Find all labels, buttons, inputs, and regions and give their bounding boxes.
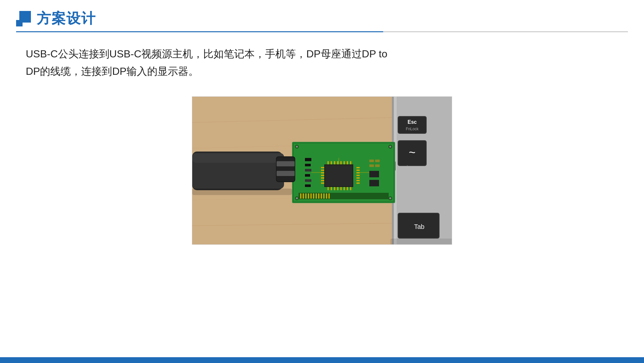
svg-rect-67 bbox=[350, 187, 351, 190]
svg-rect-89 bbox=[313, 193, 314, 199]
svg-text:Esc: Esc bbox=[408, 119, 417, 125]
svg-rect-55 bbox=[337, 161, 338, 164]
svg-rect-61 bbox=[331, 187, 332, 190]
svg-rect-44 bbox=[321, 182, 324, 184]
pcb-svg: Esc FnLock ~ ` Tab bbox=[192, 97, 452, 245]
svg-rect-66 bbox=[347, 187, 348, 190]
image-container: Esc FnLock ~ ` Tab bbox=[26, 96, 618, 245]
svg-rect-62 bbox=[334, 187, 335, 190]
svg-rect-87 bbox=[308, 193, 309, 199]
svg-rect-91 bbox=[318, 193, 319, 199]
svg-rect-46 bbox=[356, 170, 360, 171]
svg-rect-52 bbox=[327, 161, 329, 164]
svg-rect-50 bbox=[356, 180, 360, 181]
svg-rect-72 bbox=[305, 179, 311, 182]
svg-rect-70 bbox=[305, 169, 311, 172]
description-text: USB-C公头连接到USB-C视频源主机，比如笔记本，手机等，DP母座通过DP … bbox=[26, 45, 618, 80]
svg-rect-79 bbox=[369, 180, 379, 186]
svg-text:FnLock: FnLock bbox=[406, 127, 419, 131]
svg-rect-69 bbox=[305, 164, 311, 166]
svg-rect-64 bbox=[340, 187, 342, 190]
svg-rect-88 bbox=[310, 193, 312, 199]
svg-rect-56 bbox=[340, 161, 342, 164]
svg-rect-39 bbox=[321, 170, 324, 171]
svg-rect-95 bbox=[328, 193, 330, 199]
svg-rect-53 bbox=[331, 161, 332, 164]
svg-rect-48 bbox=[356, 175, 360, 176]
description-line2: DP的线缆，连接到DP输入的显示器。 bbox=[26, 65, 199, 77]
svg-rect-76 bbox=[369, 164, 374, 167]
svg-rect-78 bbox=[369, 171, 379, 177]
svg-rect-57 bbox=[344, 161, 345, 164]
section-icon bbox=[16, 11, 32, 26]
svg-rect-100 bbox=[277, 157, 295, 181]
svg-rect-86 bbox=[305, 193, 307, 199]
page-container: 方案设计 USB-C公头连接到USB-C视频源主机，比如笔记本，手机等，DP母座… bbox=[0, 0, 644, 363]
svg-rect-43 bbox=[321, 180, 324, 181]
svg-point-31 bbox=[389, 146, 391, 148]
svg-point-29 bbox=[296, 146, 298, 148]
svg-rect-49 bbox=[356, 177, 360, 179]
svg-rect-75 bbox=[375, 160, 380, 162]
svg-rect-94 bbox=[326, 193, 327, 199]
svg-rect-37 bbox=[325, 165, 353, 186]
svg-rect-103 bbox=[192, 189, 292, 195]
svg-rect-83 bbox=[298, 193, 389, 199]
svg-rect-63 bbox=[337, 187, 338, 190]
svg-rect-38 bbox=[321, 167, 324, 168]
svg-rect-104 bbox=[390, 239, 452, 245]
svg-rect-54 bbox=[334, 161, 335, 164]
pcb-image: Esc FnLock ~ ` Tab bbox=[192, 96, 452, 245]
svg-rect-84 bbox=[300, 193, 301, 199]
svg-rect-59 bbox=[350, 161, 351, 164]
svg-rect-92 bbox=[321, 193, 322, 199]
svg-rect-68 bbox=[305, 158, 311, 161]
svg-rect-90 bbox=[316, 193, 317, 199]
svg-rect-51 bbox=[356, 182, 360, 184]
svg-rect-45 bbox=[356, 167, 360, 168]
main-content: USB-C公头连接到USB-C视频源主机，比如笔记本，手机等，DP母座通过DP … bbox=[0, 32, 644, 363]
svg-text:`: ` bbox=[406, 165, 408, 170]
svg-rect-77 bbox=[375, 164, 380, 167]
bottom-bar bbox=[0, 357, 644, 363]
page-header: 方案设计 bbox=[0, 0, 644, 28]
svg-rect-71 bbox=[305, 174, 310, 177]
svg-point-35 bbox=[389, 197, 391, 199]
svg-text:Tab: Tab bbox=[414, 223, 424, 230]
svg-rect-74 bbox=[369, 160, 374, 162]
svg-rect-73 bbox=[305, 184, 311, 187]
svg-rect-102 bbox=[277, 171, 295, 176]
svg-rect-42 bbox=[321, 177, 324, 179]
svg-rect-65 bbox=[344, 187, 345, 190]
svg-rect-58 bbox=[347, 161, 348, 164]
svg-rect-85 bbox=[303, 193, 304, 199]
description-line1: USB-C公头连接到USB-C视频源主机，比如笔记本，手机等，DP母座通过DP … bbox=[26, 48, 387, 60]
svg-rect-98 bbox=[192, 153, 284, 163]
svg-rect-101 bbox=[277, 161, 295, 166]
page-title: 方案设计 bbox=[37, 9, 96, 28]
svg-point-33 bbox=[296, 197, 298, 199]
svg-rect-41 bbox=[321, 175, 324, 176]
svg-rect-60 bbox=[327, 187, 329, 190]
svg-rect-93 bbox=[323, 193, 325, 199]
svg-text:~: ~ bbox=[409, 146, 415, 159]
